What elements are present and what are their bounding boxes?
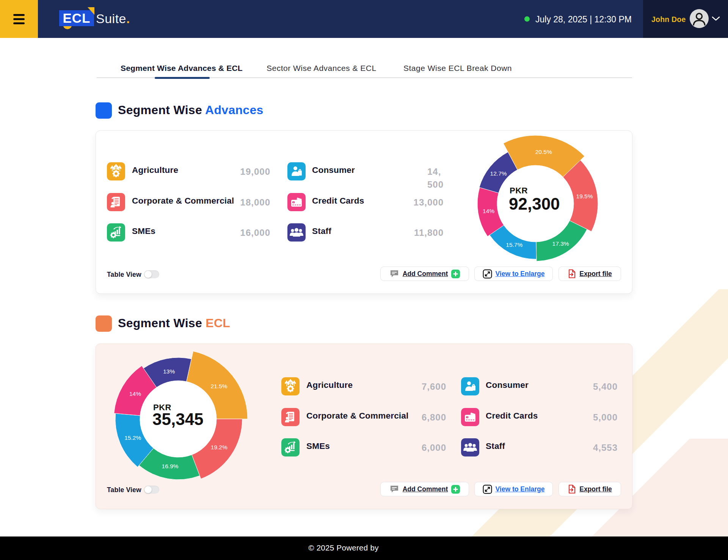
svg-text:21.5%: 21.5% <box>211 383 228 389</box>
svg-text:14%: 14% <box>129 391 141 397</box>
svg-text:16.9%: 16.9% <box>162 463 179 469</box>
svg-text:19.5%: 19.5% <box>576 193 593 199</box>
svg-text:13%: 13% <box>163 368 175 375</box>
svg-text:12.7%: 12.7% <box>490 170 507 177</box>
svg-text:17.3%: 17.3% <box>552 240 569 247</box>
svg-text:15.2%: 15.2% <box>124 435 141 441</box>
svg-text:14%: 14% <box>483 208 494 214</box>
svg-text:20.5%: 20.5% <box>535 149 552 155</box>
svg-text:15.7%: 15.7% <box>506 242 522 248</box>
svg-text:19.2%: 19.2% <box>211 444 228 450</box>
